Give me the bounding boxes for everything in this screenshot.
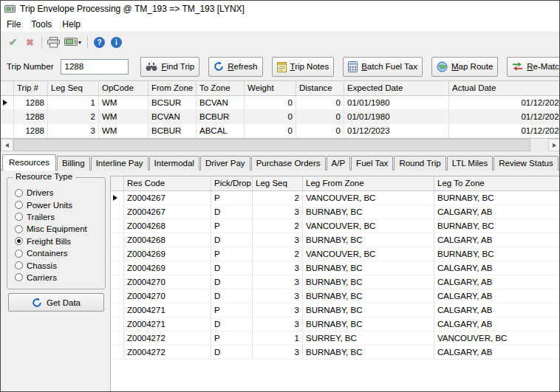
tab-interline-pay[interactable]: Interline Pay: [91, 156, 148, 171]
radio-label: Containers: [27, 249, 68, 258]
table-row[interactable]: Z0004269P2VANCOUVER, BCBURNABY, BC: [111, 247, 559, 261]
radio-circle-icon: [15, 273, 23, 281]
title-bar[interactable]: Trip Envelope Processing @ TM_193 => TM_…: [1, 1, 559, 17]
tab-a-p[interactable]: A/P: [327, 156, 351, 171]
cell: 3: [253, 317, 303, 331]
cell: 3: [253, 289, 303, 303]
cell: VANCOUVER, BC: [303, 247, 434, 261]
row-selector: [1, 110, 14, 123]
tab-fuel-tax[interactable]: Fuel Tax: [351, 156, 393, 171]
radio-label: Power Units: [27, 201, 72, 210]
cell: WM: [99, 96, 148, 109]
cell: 3: [253, 233, 303, 247]
table-row[interactable]: Z0004270D3BURNABY, BCCALGARY, AB: [111, 275, 559, 289]
horizontal-scrollbar[interactable]: [1, 139, 560, 151]
column-header-leg-seq[interactable]: Leg Seq: [48, 81, 99, 95]
column-header-distance[interactable]: Distance: [296, 81, 344, 95]
button-re-match[interactable]: Re-Match: [507, 57, 559, 77]
cell: BURNABY, BC: [303, 345, 434, 359]
cell: Z0004269: [124, 261, 211, 275]
trip-number-input[interactable]: [61, 59, 129, 75]
column-header-from-zone[interactable]: From Zone: [148, 81, 197, 95]
column-header-opcode[interactable]: OpCode: [99, 81, 148, 95]
button-find-trip[interactable]: Find Trip: [140, 57, 199, 77]
toolbar-info-icon[interactable]: i: [108, 35, 125, 50]
column-header-actual-date[interactable]: Actual Date: [449, 81, 560, 95]
resources-grid: Res CodePick/DropLeg SeqLeg From ZoneLeg…: [110, 176, 559, 391]
tab-intermodal[interactable]: Intermodal: [149, 156, 199, 171]
table-row[interactable]: 12882WMBCVANBCBUR0001/01/198001/12/2023: [1, 110, 560, 124]
column-header-res-code[interactable]: Res Code: [124, 176, 211, 190]
tab-round-trip[interactable]: Round Trip: [394, 156, 445, 171]
table-row[interactable]: Z0004272P1SURREY, BCVANCOUVER, BC: [111, 331, 559, 345]
tab-billing[interactable]: Billing: [57, 156, 90, 171]
radio-trailers[interactable]: Trailers: [15, 211, 103, 223]
menu-item-file[interactable]: File: [1, 18, 26, 31]
radio-misc-equipment[interactable]: Misc Equipment: [15, 223, 103, 235]
radio-power-units[interactable]: Power Units: [15, 199, 103, 210]
get-data-button[interactable]: Get Data: [8, 293, 104, 312]
column-header-to-zone[interactable]: To Zone: [197, 81, 245, 95]
column-header-leg-from-zone[interactable]: Leg From Zone: [303, 176, 434, 190]
column-header-leg-seq[interactable]: Leg Seq: [253, 176, 303, 190]
table-row[interactable]: 12881WMBCSURBCVAN0001/01/198001/12/2023: [1, 96, 560, 110]
cell: 3: [253, 205, 303, 219]
radio-label: Trailers: [27, 213, 55, 221]
scroll-left-button[interactable]: [1, 139, 13, 151]
button-map-route[interactable]: Map Route: [431, 57, 498, 77]
column-header-pick-drop[interactable]: Pick/Drop: [211, 176, 253, 190]
radio-circle-icon: [15, 225, 23, 233]
button-refresh[interactable]: Refresh: [208, 57, 262, 77]
cell: BURNABY, BC: [303, 275, 434, 289]
cell: VANCOUVER, BC: [303, 219, 434, 233]
table-row[interactable]: Z0004267P2VANCOUVER, BCBURNABY, BC: [111, 191, 559, 205]
toolbar-confirm-icon[interactable]: ✔: [4, 35, 21, 50]
radio-chassis[interactable]: Chassis: [15, 259, 103, 271]
scrollbar-thumb[interactable]: [13, 139, 530, 151]
toolbar-cancel-icon[interactable]: ✖: [21, 35, 38, 50]
column-header-leg-to-zone[interactable]: Leg To Zone: [434, 176, 559, 190]
table-row[interactable]: Z0004270D3BURNABY, BCCALGARY, AB: [111, 289, 559, 303]
toolbar-print-icon[interactable]: [45, 35, 62, 50]
radio-freight-bills[interactable]: Freight Bills: [15, 235, 103, 247]
toolbar-dropdown-arrow-icon[interactable]: ▼: [75, 35, 84, 50]
tab-review-status[interactable]: Review Status: [494, 156, 559, 171]
column-header-weight[interactable]: Weight: [245, 81, 296, 95]
scroll-right-button[interactable]: [548, 139, 560, 151]
radio-circle-icon: [15, 189, 23, 197]
column-header-expected-date[interactable]: Expected Date: [344, 81, 449, 95]
trip-number-label: Trip Number: [7, 62, 53, 71]
table-row[interactable]: Z0004268D3BURNABY, BCCALGARY, AB: [111, 233, 559, 247]
column-header-trip[interactable]: Trip #: [14, 81, 48, 95]
cell: 2: [48, 110, 99, 123]
tab-strip: ResourcesBillingInterline PayIntermodalD…: [2, 154, 559, 171]
menu-item-tools[interactable]: Tools: [26, 18, 57, 31]
menu-item-help[interactable]: Help: [57, 18, 86, 31]
table-row[interactable]: Z0004267D3BURNABY, BCCALGARY, AB: [111, 205, 559, 219]
tab-purchase-orders[interactable]: Purchase Orders: [251, 156, 326, 171]
table-row[interactable]: Z0004271P3BURNABY, BCCALGARY, AB: [111, 303, 559, 317]
cell: Z0004272: [124, 345, 211, 359]
table-row[interactable]: Z0004272D3BURNABY, BCCALGARY, AB: [111, 345, 559, 360]
cell: 2: [253, 191, 303, 204]
cell: 0: [245, 96, 296, 109]
cell: VANCOUVER, BC: [303, 191, 434, 204]
button-batch-fuel-tax[interactable]: Batch Fuel Tax: [343, 57, 423, 77]
radio-containers[interactable]: Containers: [15, 247, 103, 259]
cell: BURNABY, BC: [303, 303, 434, 317]
tab-resources[interactable]: Resources: [2, 154, 56, 171]
radio-drivers[interactable]: Drivers: [15, 187, 103, 199]
cell: 01/12/2023: [344, 124, 449, 137]
table-row[interactable]: Z0004269D3BURNABY, BCCALGARY, AB: [111, 261, 559, 275]
table-row[interactable]: Z0004271D3BURNABY, BCCALGARY, AB: [111, 317, 559, 331]
cell: BURNABY, BC: [303, 317, 434, 331]
tab-ltl-miles[interactable]: LTL Miles: [447, 156, 494, 171]
table-row[interactable]: Z0004268P2VANCOUVER, BCBURNABY, BC: [111, 219, 559, 233]
cell: 1288: [14, 110, 48, 123]
radio-carriers[interactable]: Carriers: [15, 272, 103, 283]
tab-driver-pay[interactable]: Driver Pay: [200, 156, 250, 171]
refresh-icon: [214, 61, 224, 72]
table-row[interactable]: 12883WMBCBURABCAL0001/12/202301/12/2023: [1, 124, 560, 138]
button-trip-notes[interactable]: Trip Notes: [272, 57, 335, 77]
toolbar-help-icon[interactable]: ?: [91, 35, 108, 50]
